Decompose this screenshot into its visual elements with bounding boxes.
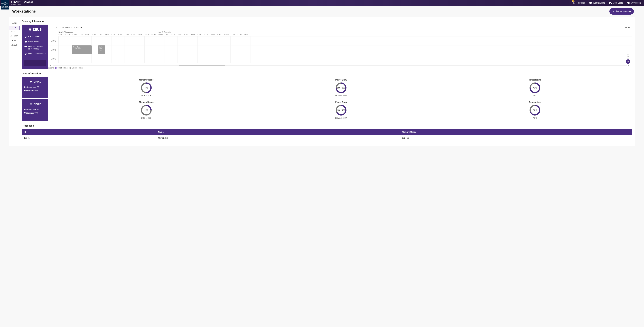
hour-label: 12 PM xyxy=(78,33,85,36)
hour-label: 11 PM xyxy=(151,33,158,36)
user-role: SUPER ADMIN xyxy=(11,4,33,5)
desktop-icon xyxy=(28,28,32,31)
add-workstation-button[interactable]: ＋ Add Workstation xyxy=(610,8,634,14)
hour-label: 11 AM xyxy=(72,33,78,36)
timeline-prev[interactable]: ‹ xyxy=(50,25,54,29)
nav-my-account-label: My Account xyxy=(631,2,641,4)
group-cse: CSE xyxy=(9,39,20,42)
hour-label: 7 PM xyxy=(125,33,131,36)
id-card-icon xyxy=(627,1,630,4)
now-button[interactable]: NOW xyxy=(625,26,630,28)
hour-label: 2 PM xyxy=(92,33,98,36)
timeline-lanes: GPU 0GPU 1John Doe11 AM - 2 PMJohn D...3… xyxy=(48,36,632,63)
gpu-row: GPU 2 Performance: P2 Utilisation: 60% M… xyxy=(22,99,632,121)
hour-label: 9 AM xyxy=(58,33,65,36)
sidebar-item-venus[interactable]: VENUS xyxy=(9,43,20,47)
power-metric: Power Draw120 / 180120W of 180W xyxy=(335,101,347,119)
gpu-card: GPU 2 Performance: P2 Utilisation: 60% xyxy=(22,99,48,121)
location-icon xyxy=(24,52,27,55)
col-name: Name xyxy=(156,129,400,135)
hour-label: 4 AM xyxy=(184,33,191,36)
sidebar-item-apollo[interactable]: APOLLO xyxy=(9,30,20,34)
table-row[interactable]: 12345MyApp.exe1024GB xyxy=(22,135,632,141)
timeline-lane[interactable]: GPU 0 xyxy=(48,36,632,45)
hour-label: 6 AM xyxy=(198,33,204,36)
sidebar-item-zeus[interactable]: ZEUS xyxy=(9,25,20,30)
hour-label: 5 AM xyxy=(191,33,198,36)
gpu-section-title: GPU Information xyxy=(22,72,632,75)
booking-timeline: ‹ › Oct 30 - Nov 12, 2023 ▾ NOW Nov 1, W… xyxy=(48,24,632,69)
top-bar: THE UNIVERSITY OF AUCKLAND ENGINEERING H… xyxy=(0,0,644,6)
hour-label: 1 AM xyxy=(164,33,171,36)
nav-workstations-label: Workstations xyxy=(593,2,605,4)
chevron-down-icon: ▾ xyxy=(81,26,82,29)
hour-label: 1 PM xyxy=(85,33,92,36)
lane-label: GPU 0 xyxy=(48,36,58,45)
hour-label: 7 AM xyxy=(204,33,211,36)
hour-label: 12 PM xyxy=(237,33,244,36)
gpu-icon xyxy=(30,103,32,105)
hour-label: 8 PM xyxy=(131,33,138,36)
timeline-scrollbar[interactable] xyxy=(53,65,627,66)
other-bookings-dot xyxy=(70,67,71,69)
timeline-lane[interactable]: GPU 1John Doe11 AM - 2 PMJohn D...3 PM -… xyxy=(48,45,632,54)
nav-workstations[interactable]: Workstations xyxy=(589,1,605,4)
nav-requests-label: Requests xyxy=(577,2,586,4)
day-header: Nov 1, Wednesday xyxy=(58,30,158,33)
nav-requests[interactable]: 2 Requests xyxy=(573,1,586,4)
hour-label: 6 PM xyxy=(118,33,125,36)
plus-icon: ＋ xyxy=(612,10,615,13)
hour-label: 10 AM xyxy=(224,33,230,36)
hour-label: 2 AM xyxy=(171,33,178,36)
zoom-in-icon xyxy=(627,60,629,63)
your-bookings-dot xyxy=(55,67,57,69)
temperature-metric: Temperature70°C70°C xyxy=(529,101,541,119)
zoom-out-icon xyxy=(627,55,629,58)
temperature-metric: Temperature75°C75°C xyxy=(529,79,541,97)
lane-label: GPU 2 xyxy=(48,54,58,63)
lane-label: GPU 1 xyxy=(48,45,58,54)
booking-block[interactable]: John D...3 PM - 4 ... xyxy=(98,45,105,54)
page-header: Workstations ＋ Add Workstation xyxy=(0,6,644,17)
nav-my-account[interactable]: My Account xyxy=(627,1,641,4)
power-metric: Power Draw150 / 200150W of 200W xyxy=(335,79,347,97)
day-header: Nov 2, Thursday xyxy=(158,30,172,33)
zoom-in-button[interactable] xyxy=(626,59,630,64)
page-title: Workstations xyxy=(12,9,36,13)
hour-label: 4 PM xyxy=(105,33,112,36)
processes-section-title: Processes xyxy=(22,124,632,127)
gpu-icon xyxy=(30,80,32,83)
hour-label: 12 AM xyxy=(158,33,164,36)
hour-label: 10 AM xyxy=(65,33,72,36)
col-mem: Memory Usage xyxy=(400,129,632,135)
app-title: HASEL Portal xyxy=(11,0,33,4)
scroll-right[interactable]: ▸ xyxy=(628,64,630,66)
users-icon xyxy=(609,1,612,4)
gpu-row: GPU 1 Performance: P0 Utilisation: 80% M… xyxy=(22,77,632,98)
requests-badge: 2 xyxy=(572,0,574,2)
nav-view-users[interactable]: View Users xyxy=(609,1,623,4)
hour-label: 3 PM xyxy=(98,33,105,36)
hour-label: 1 PM xyxy=(244,33,250,36)
gpu-icon xyxy=(24,45,27,48)
booking-block[interactable]: John Doe11 AM - 2 PM xyxy=(72,45,92,54)
more-button[interactable]: ••• xyxy=(24,60,46,66)
legend-title: Legend xyxy=(48,67,54,69)
date-range-picker[interactable]: Oct 30 - Nov 12, 2023 ▾ xyxy=(60,26,82,29)
hour-label: 10 PM xyxy=(144,33,151,36)
workstation-name: ZEUS xyxy=(32,28,42,31)
sidebar-item-athena[interactable]: ATHENA xyxy=(9,34,20,38)
memory-metric: Memory Usage2 / 82GB of 8GB xyxy=(139,101,154,119)
ram-icon xyxy=(24,40,27,43)
timeline-next[interactable]: › xyxy=(55,25,58,29)
monitor-icon xyxy=(589,1,592,4)
nav-view-users-label: View Users xyxy=(613,2,623,4)
timeline-lane[interactable]: GPU 2 xyxy=(48,54,632,63)
hour-label: 8 AM xyxy=(211,33,218,36)
group-hasel: HASEL xyxy=(9,22,20,24)
memory-metric: Memory Usage4 / 84GB of 8GB xyxy=(139,79,154,97)
scroll-left[interactable]: ◂ xyxy=(50,64,52,66)
hour-label: 5 PM xyxy=(112,33,118,36)
zoom-out-button[interactable] xyxy=(626,54,630,59)
booking-section-title: Booking Information xyxy=(22,20,632,22)
